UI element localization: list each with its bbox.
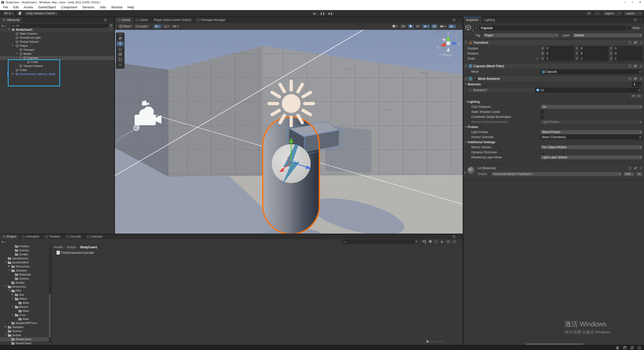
foldout-icon[interactable]: ▶ [11,72,14,75]
tab-timeline[interactable]: Timeline [42,234,63,239]
asset-item[interactable]: ThirdCharacterController [57,251,463,255]
probes-foldout[interactable]: ▼Probes [463,124,644,130]
rotation-x-field[interactable]: 0 [545,51,574,56]
cloud-button[interactable] [17,11,23,16]
tab-inspector[interactable]: Inspector [463,17,481,23]
pause-button[interactable]: ❚❚ [319,11,326,16]
light-probes-dropdown[interactable]: Blend Probes▾ [540,130,642,134]
shader-dropdown[interactable]: Universal Render Pipeline/Lit▾ [491,172,622,176]
persp-label[interactable]: Persp [443,53,452,57]
contribute-gi-checkbox[interactable] [540,115,544,119]
hierarchy-item-global-volume[interactable]: Global Volume [0,40,114,44]
panel-menu-icon[interactable]: ⋮ [639,18,642,22]
foldout-icon[interactable]: ▼ [8,289,11,291]
transform-header[interactable]: ▼ Transform ?⋮ [463,40,644,45]
project-folder-mats[interactable]: Mats [0,309,51,313]
foldout-icon[interactable]: ▼ [11,297,14,299]
object-picker-icon[interactable] [638,89,641,91]
hierarchy-item-main-camera[interactable]: Main Camera [0,32,114,36]
lock-icon[interactable] [104,19,107,21]
project-folder-samples[interactable]: ▶Samples [0,325,51,329]
version-control-button[interactable]: Unity Version Control▾ [24,11,58,16]
add-material-button[interactable]: + [631,94,636,98]
rect-tool-button[interactable] [117,57,124,62]
close-button[interactable]: ✕ [636,0,644,5]
camera-settings-dropdown[interactable]: ▾ [439,24,447,29]
project-folder-samples[interactable]: ▼Samples [0,269,51,273]
project-folder-quickoutline[interactable]: ▼QuickOutline [0,261,51,265]
material-object-field[interactable]: Lit [535,88,642,92]
scene-viewport[interactable]: 1METER 1METER 1METER [115,30,463,234]
menu-help[interactable]: Help [125,5,137,10]
tab-scene[interactable]: Scene [115,17,133,23]
shader-list-button[interactable]: ≡ ▾ [636,172,642,176]
project-folder-mats[interactable]: Mats [0,317,51,321]
debugger-disabled-icon[interactable] [615,346,620,349]
foldout-icon[interactable]: ▼ [11,305,14,308]
component-menu-icon[interactable]: ⋮ [639,77,642,81]
project-folder-fbx[interactable]: ▼FBX [0,289,51,293]
item-menu-icon[interactable]: ⋮ [110,28,113,31]
uniform-scale-icon[interactable]: ⊘ [536,57,541,60]
foldout-icon[interactable]: ▼ [4,261,7,263]
panel-menu-icon[interactable]: ⋮ [458,235,461,238]
alert-icon[interactable]: ! [434,240,438,244]
presets-icon[interactable] [634,65,637,67]
hierarchy-item-forward[interactable]: Forward [0,48,114,52]
tab-hierarchy[interactable]: ☰ Hierarchy [0,17,22,23]
maximize-button[interactable]: □ [629,0,636,5]
dynamic-occlusion-checkbox[interactable] [540,151,544,154]
hierarchy-item-cube[interactable]: Cube [0,68,114,72]
move-tool-button[interactable] [117,41,124,46]
search-by-type-icon[interactable] [422,240,426,243]
presets-icon[interactable] [634,77,637,80]
static-shadow-caster-checkbox[interactable] [540,110,544,114]
step-button[interactable]: ▶❚ [327,11,334,16]
snap-settings-dropdown[interactable]: ▾ [171,24,180,29]
cache-disabled-icon[interactable] [623,346,627,349]
project-folder-scenes[interactable]: Scenes [0,248,51,253]
materials-foldout[interactable]: ▼Materials 1 [463,82,644,87]
lock-icon[interactable] [453,236,455,238]
static-checkbox[interactable] [628,27,631,30]
scale-tool-button[interactable] [117,52,124,57]
favorites-star-icon[interactable]: ★ [440,240,443,244]
search-button[interactable] [594,11,601,16]
tab-animation[interactable]: Animation [19,234,42,239]
menu-gameobject[interactable]: GameObject [36,5,58,10]
shader-edit-button[interactable]: Edit... [623,172,635,176]
materials-count-field[interactable]: 1 [632,82,641,87]
foldout-icon[interactable]: ▶ [4,326,7,328]
foldout-icon[interactable]: ▼ [4,285,7,287]
foldout-icon[interactable]: ▼ [15,52,18,55]
tab-project[interactable]: Project [0,234,19,239]
layers-dropdown[interactable]: Layers▾ [603,11,622,16]
project-folder-yuzu[interactable]: ▼Yuzu [0,313,51,317]
breadcrumb-scripts[interactable]: Scripts [66,245,77,249]
project-search-input[interactable] [342,240,419,244]
hierarchy-item-virtual-camera[interactable]: Virtual Camera [0,64,114,68]
additional-settings-foldout[interactable]: ▼Additional Settings [463,140,644,145]
minimize-button[interactable]: ─ [621,0,629,5]
pivot-dropdown[interactable]: Pivot▾ [118,24,133,29]
foldout-icon[interactable]: ▼ [11,313,14,316]
hierarchy-item-environment-narrow-walls[interactable]: ▶Environment_Narrow_Walls› [0,72,114,76]
effects-dropdown[interactable]: ▾ [422,24,430,29]
foldout-icon[interactable]: ▼ [4,334,7,336]
menu-file[interactable]: File [1,5,11,10]
help-icon[interactable]: ? [628,41,632,44]
grid-snap-toggle[interactable]: y ▾ [153,24,161,29]
tab-package-manager[interactable]: Package Manager [194,17,228,23]
breadcrumb-assets[interactable]: Assets [53,245,63,249]
hierarchy-item-model[interactable]: ▼Model [0,52,114,56]
2d-toggle[interactable]: 2D [400,24,407,29]
hand-tool-button[interactable] [117,36,124,41]
toolbar-handle[interactable]: ‖ [116,24,117,28]
tab-console[interactable]: Console [63,234,84,239]
cast-shadows-dropdown[interactable]: On▾ [540,105,642,109]
scale-y-field[interactable]: 1 [579,56,608,61]
foldout-icon[interactable]: ▼ [8,28,11,30]
project-folder-midori[interactable]: ▼Midori [0,297,51,301]
hidden-objects-toggle[interactable] [431,24,438,29]
material-foldout-icon[interactable]: ▶ [464,171,466,174]
